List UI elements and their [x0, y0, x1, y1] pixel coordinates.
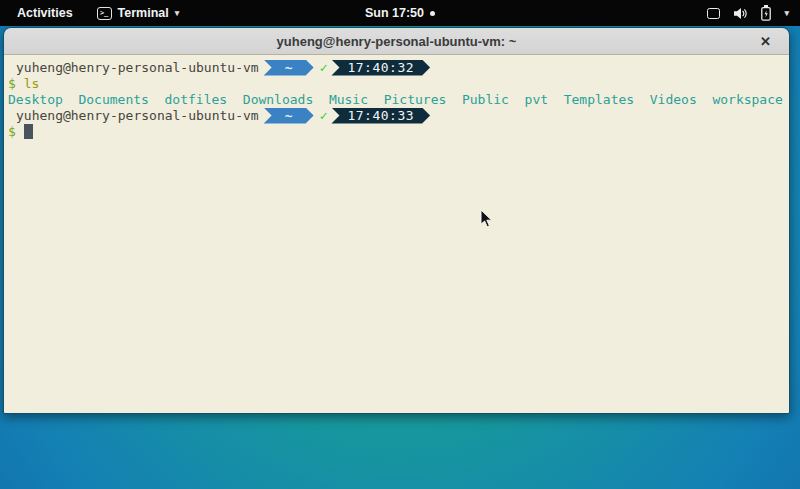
close-icon: ✕ — [760, 34, 771, 49]
prompt-line: yuheng@henry-personal-ubuntu-vm ~ ✓ 17:4… — [8, 59, 789, 76]
close-button[interactable]: ✕ — [760, 28, 771, 54]
chevron-down-icon: ▾ — [784, 9, 789, 18]
time-segment: 17:40:32 — [331, 60, 430, 76]
volume-icon — [733, 7, 748, 20]
prompt-line: yuheng@henry-personal-ubuntu-vm ~ ✓ 17:4… — [8, 107, 789, 124]
check-icon: ✓ — [320, 60, 328, 76]
top-bar: Activities >_ Terminal ▾ Sun 17:50 ▾ — [0, 0, 800, 26]
current-command-line: $ — [8, 124, 789, 140]
system-status-area[interactable]: ▾ — [707, 5, 800, 21]
mouse-cursor-icon — [480, 209, 493, 228]
cwd-segment: ~ — [264, 60, 314, 76]
ls-output-line: Desktop Documents dotfiles Downloads Mus… — [8, 92, 789, 108]
battery-charging-icon — [761, 5, 771, 21]
cwd-segment: ~ — [264, 108, 314, 124]
notification-dot-icon — [430, 11, 435, 16]
shell-prompt-symbol: $ — [8, 124, 16, 139]
window-title: yuheng@henry-personal-ubuntu-vm: ~ — [277, 34, 517, 49]
prompt-user-host: yuheng@henry-personal-ubuntu-vm — [8, 60, 259, 76]
prompt-user-host: yuheng@henry-personal-ubuntu-vm — [8, 108, 259, 124]
terminal-window: yuheng@henry-personal-ubuntu-vm: ~ ✕ yuh… — [3, 27, 790, 414]
shell-prompt-symbol: $ — [8, 76, 16, 91]
display-icon — [707, 8, 720, 19]
terminal-cursor — [24, 124, 33, 139]
terminal-content[interactable]: yuheng@henry-personal-ubuntu-vm ~ ✓ 17:4… — [4, 55, 789, 413]
clock-label: Sun 17:50 — [365, 6, 424, 20]
clock-button[interactable]: Sun 17:50 — [0, 6, 800, 20]
command-text: ls — [24, 76, 40, 91]
check-icon: ✓ — [320, 108, 328, 124]
time-segment: 17:40:33 — [331, 108, 430, 124]
titlebar[interactable]: yuheng@henry-personal-ubuntu-vm: ~ ✕ — [4, 28, 789, 55]
command-line: $ ls — [8, 76, 789, 92]
